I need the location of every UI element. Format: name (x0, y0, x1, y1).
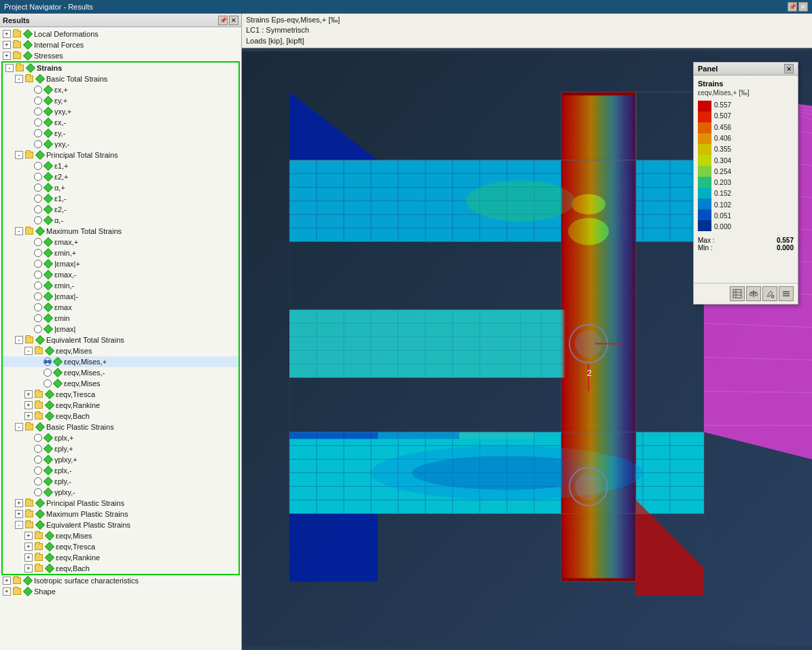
radio-gamma-xy-plus[interactable] (34, 107, 42, 116)
radio-gamma-xy-minus[interactable] (34, 140, 42, 148)
expand-internal-forces[interactable]: + (3, 41, 11, 49)
tree-item-max-plastic[interactable]: + Maximum Plastic Strains (3, 509, 239, 519)
pin-button[interactable]: 📌 (788, 2, 797, 12)
radio-eeqv-mises-minus[interactable] (43, 369, 52, 377)
expand-strains[interactable]: - (5, 64, 14, 72)
tree-item-eeqv-rankine[interactable]: + εeqv,Rankine (3, 400, 239, 411)
radio-eplx-plus[interactable] (34, 434, 42, 442)
expand-eeqv-bach[interactable]: + (24, 412, 33, 420)
expand-eeqv-tresca[interactable]: + (24, 390, 33, 398)
tree-item-eeqv-mises-minus[interactable]: εeqv,Mises,- (3, 367, 239, 378)
tree-item-eplx-plus[interactable]: εplx,+ (3, 432, 239, 443)
radio-eply-minus[interactable] (34, 477, 42, 485)
expand-shape[interactable]: + (3, 587, 11, 596)
expand-max-plastic[interactable]: + (15, 510, 23, 518)
tree-item-eps-y-plus[interactable]: εy,+ (3, 95, 239, 106)
tree-item-basic-plastic[interactable]: - Basic Plastic Strains (3, 422, 239, 432)
tree-item-gamma-xy-minus[interactable]: γxy,- (3, 139, 239, 150)
tree-item-eeqv-rankine-pl[interactable]: + εeqv,Rankine (3, 552, 239, 563)
list-tool-button[interactable] (779, 286, 794, 301)
radio-gamma-plxy-minus[interactable] (34, 488, 42, 496)
tree-item-eps-max-plus[interactable]: εmax,+ (3, 237, 239, 247)
table-tool-button[interactable] (730, 286, 745, 301)
tree-item-eeqv-mises[interactable]: εeqv,Mises (3, 378, 239, 389)
tree-item-eply-plus[interactable]: εply,+ (3, 443, 239, 454)
tree-item-gamma-plxy-plus[interactable]: γplxy,+ (3, 454, 239, 465)
radio-eps-min[interactable] (34, 314, 42, 322)
tree-item-eeqv-mises-group[interactable]: - εeqv,Mises (3, 345, 239, 356)
tree-item-internal-forces[interactable]: + Internal Forces (0, 39, 241, 50)
expand-eeqv-mises[interactable]: - (24, 347, 33, 355)
tree-item-stresses[interactable]: + Stresses (0, 50, 241, 61)
expand-eeqv-bach-pl[interactable]: + (24, 564, 33, 572)
tree-item-equiv-plastic[interactable]: - Equivalent Plastic Strains (3, 519, 239, 530)
tree-item-local-deformations[interactable]: + Local Deformations (0, 29, 241, 39)
tree-item-eps-min[interactable]: εmin (3, 313, 239, 324)
expand-eeqv-tresca-pl[interactable]: + (24, 543, 33, 551)
legend-close-button[interactable]: ✕ (784, 64, 794, 73)
radio-eps2-minus[interactable] (34, 205, 42, 213)
radio-eps-y-plus[interactable] (34, 97, 42, 105)
tree-item-eps1-plus[interactable]: ε1,+ (3, 160, 239, 171)
expand-equiv-plastic[interactable]: - (15, 521, 23, 529)
close-ctrl-button[interactable]: ✕ (229, 16, 239, 25)
radio-eps-y-minus[interactable] (34, 129, 42, 137)
radio-eps-max-abs-minus[interactable] (34, 292, 42, 301)
radio-eps-min-minus[interactable] (34, 281, 42, 290)
expand-eeqv-mises-pl[interactable]: + (24, 532, 33, 540)
radio-eps-max-plus[interactable] (34, 238, 42, 246)
radio-eps1-plus[interactable] (34, 162, 42, 170)
tree-item-max-total[interactable]: - Maximum Total Strains (3, 226, 239, 237)
tree-item-principal-plastic[interactable]: + Principal Plastic Strains (3, 498, 239, 509)
radio-eply-plus[interactable] (34, 445, 42, 453)
expand-eeqv-rankine[interactable]: + (24, 401, 33, 409)
tree-item-eps-y-minus[interactable]: εy,- (3, 128, 239, 139)
tree-item-eeqv-bach-pl[interactable]: + εeqv,Bach (3, 563, 239, 574)
radio-gamma-plxy-plus[interactable] (34, 456, 42, 464)
tree-item-eps-min-minus[interactable]: εmin,- (3, 280, 239, 291)
radio-eps-max-minus[interactable] (34, 271, 42, 279)
expand-eeqv-rankine-pl[interactable]: + (24, 553, 33, 562)
radio-eplx-minus[interactable] (34, 466, 42, 475)
tree-item-isotropic[interactable]: + Isotropic surface characteristics (0, 575, 241, 586)
tree-item-eply-minus[interactable]: εply,- (3, 476, 239, 487)
close-button[interactable]: ✕ (798, 2, 808, 12)
radio-eeqv-mises-plus[interactable] (43, 358, 52, 366)
pin-ctrl-button[interactable]: 📌 (218, 16, 228, 25)
3d-viewport[interactable]: 2 Panel ✕ (242, 48, 812, 650)
balance-tool-button[interactable] (746, 286, 761, 301)
expand-isotropic[interactable]: + (3, 577, 11, 585)
tree-item-eeqv-mises-plus[interactable]: εeqv,Mises,+ (3, 356, 239, 367)
tree-item-eeqv-tresca[interactable]: + εeqv,Tresca (3, 389, 239, 400)
tree-item-gamma-xy-plus[interactable]: γxy,+ (3, 106, 239, 117)
expand-principal-plastic[interactable]: + (15, 499, 23, 507)
tree-item-eeqv-tresca-pl[interactable]: + εeqv,Tresca (3, 541, 239, 552)
tree-item-eps-max-abs-plus[interactable]: |εmax|+ (3, 258, 239, 269)
radio-eps-min-plus[interactable] (34, 249, 42, 257)
tree-item-eeqv-bach[interactable]: + εeqv,Bach (3, 411, 239, 422)
radio-eps-x-plus[interactable] (34, 86, 42, 94)
expand-equiv-total[interactable]: - (15, 336, 23, 344)
tree-item-eps-x-minus[interactable]: εx,- (3, 117, 239, 128)
tree-item-alpha-plus[interactable]: α,+ (3, 182, 239, 193)
expand-basic-plastic[interactable]: - (15, 423, 23, 431)
tree-item-eps-min-plus[interactable]: εmin,+ (3, 247, 239, 258)
tree-item-alpha-minus[interactable]: α,- (3, 215, 239, 226)
radio-eeqv-mises[interactable] (43, 379, 52, 388)
tree-item-eps2-plus[interactable]: ε2,+ (3, 171, 239, 182)
tree-item-eps-max-abs[interactable]: |εmax| (3, 324, 239, 335)
tree-item-strains[interactable]: - Strains (3, 63, 239, 73)
radio-eps2-plus[interactable] (34, 173, 42, 181)
expand-stresses[interactable]: + (3, 52, 11, 60)
radio-eps-max-abs[interactable] (34, 325, 42, 333)
expand-principal-total[interactable]: - (15, 151, 23, 159)
radio-eps1-minus[interactable] (34, 194, 42, 203)
tree-item-eps-max-abs-minus[interactable]: |εmax|- (3, 291, 239, 302)
expand-local-def[interactable]: + (3, 30, 11, 38)
radio-alpha-minus[interactable] (34, 216, 42, 224)
tree-item-eps-x-plus[interactable]: εx,+ (3, 84, 239, 95)
tree-item-principal-total[interactable]: - Principal Total Strains (3, 150, 239, 160)
tree-item-basic-total[interactable]: - Basic Total Strains (3, 73, 239, 84)
tree-item-shape[interactable]: + Shape (0, 586, 241, 597)
radio-eps-max-abs-plus[interactable] (34, 260, 42, 268)
